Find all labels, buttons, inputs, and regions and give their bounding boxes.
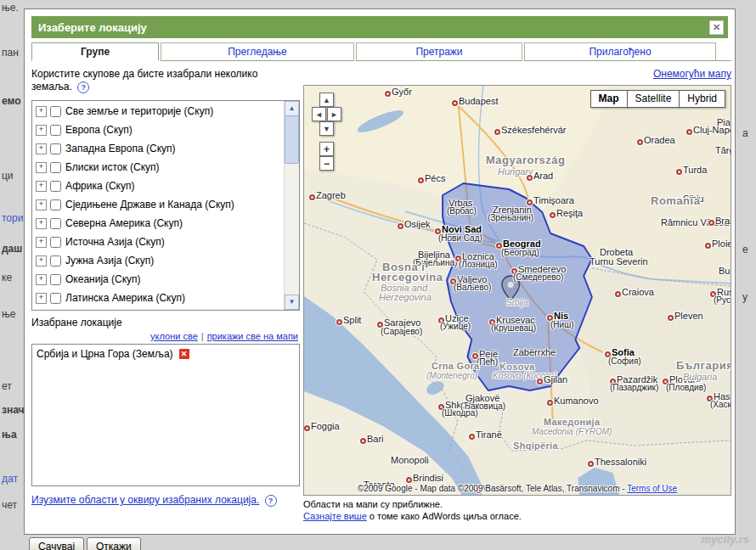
tab-search[interactable]: Претражи (356, 42, 522, 61)
country-groups-list: +Све земље и територије (Скуп)+Европа (С… (31, 100, 300, 311)
show-all-on-map-link[interactable]: прикажи све на мапи (207, 331, 298, 341)
expand-icon[interactable]: + (36, 255, 47, 267)
background-text-fragment: чет (2, 499, 17, 511)
close-button[interactable]: ✕ (709, 20, 724, 35)
learn-more-rest: о томе како AdWords циља огласе. (367, 511, 522, 521)
links-separator: | (201, 331, 204, 341)
left-panel: Користите скупове да бисте изабрали неко… (31, 68, 300, 521)
attribution-text: ©2009 Google - Map data ©2009 Basarsoft,… (358, 484, 627, 493)
group-checkbox[interactable] (50, 125, 61, 136)
dialog-titlebar: Изаберите локацију ✕ (31, 16, 728, 38)
group-row: +Сједињене Државе и Канада (Скуп) (32, 195, 285, 214)
expand-icon[interactable]: + (36, 181, 47, 192)
background-text-fragment: ке (2, 272, 12, 283)
group-label: Африка (Скуп) (65, 180, 134, 192)
expand-icon[interactable]: + (36, 106, 47, 117)
group-row: +Западна Европа (Скуп) (32, 139, 285, 158)
exclude-areas-link[interactable]: Изузмите области у оквиру изабраних лока… (31, 494, 259, 506)
background-text-fragment: дат (2, 473, 18, 485)
group-row: +Африка (Скуп) (32, 177, 285, 195)
group-row: +Латинска Америка (Скуп) (32, 289, 285, 307)
dialog-title: Изаберите локацију (31, 21, 147, 34)
map-type-satellite-button[interactable]: Satellite (627, 90, 680, 108)
terms-of-use-link[interactable]: Terms of Use (627, 484, 677, 493)
background-text-fragment: ње (2, 308, 15, 320)
tab-browse[interactable]: Прегледање (161, 42, 354, 61)
exclude-areas-row: Изузмите области у оквиру изабраних лока… (31, 494, 300, 507)
group-label: Све земље и територије (Скуп) (65, 105, 213, 117)
dialog-tabs: ГрупеПрегледањеПретражиПрилагођено (31, 42, 731, 61)
background-text-fragment: ње. (2, 2, 19, 14)
map-canvas[interactable] (304, 86, 731, 495)
scrollbar-down-button[interactable]: ▼ (285, 295, 299, 310)
group-label: Северна Америка (Скуп) (65, 217, 183, 229)
learn-more-link[interactable]: Сазнајте више (303, 511, 367, 521)
background-text-fragment: ци (2, 170, 14, 182)
group-checkbox[interactable] (50, 237, 61, 248)
selected-location-item: Србија и Црна Гора (Земља)✕ (37, 348, 295, 360)
expand-icon[interactable]: + (36, 293, 47, 304)
pan-up-button[interactable]: ▲ (319, 93, 334, 107)
expand-icon[interactable]: + (36, 237, 47, 248)
save-button[interactable]: Сачувај (29, 537, 84, 550)
remove-location-icon[interactable]: ✕ (179, 349, 189, 359)
group-checkbox[interactable] (50, 162, 61, 173)
pan-left-button[interactable]: ◄ (312, 107, 326, 121)
group-label: Европа (Скуп) (65, 124, 133, 136)
background-text-fragment: а (742, 127, 748, 139)
expand-icon[interactable]: + (36, 274, 47, 285)
help-icon-exclude[interactable]: ? (265, 495, 277, 507)
learn-more-row: Сазнајте више о томе како AdWords циља о… (303, 511, 731, 521)
background-text-fragment: даш (2, 243, 22, 255)
tab-groups[interactable]: Групе (31, 42, 159, 61)
scrollbar-thumb[interactable] (285, 115, 299, 164)
expand-icon[interactable]: + (36, 199, 47, 210)
map-attribution: ©2009 Google - Map data ©2009 Basarsoft,… (304, 484, 731, 493)
tab-custom[interactable]: Прилагођено (524, 42, 716, 61)
expand-icon[interactable]: + (36, 218, 47, 229)
intro-text-label: Користите скупове да бисте изабрали неко… (31, 68, 257, 93)
disable-map-row: Онемогући мапу (303, 68, 731, 83)
map-type-switcher: MapSatelliteHybrid (591, 90, 725, 108)
cancel-button[interactable]: Откажи (87, 537, 141, 550)
selected-location-label: Србија и Црна Гора (Земља) (37, 348, 173, 360)
intro-text: Користите скупове да бисте изабрали неко… (31, 68, 288, 93)
group-checkbox[interactable] (50, 218, 61, 229)
pan-down-button[interactable]: ▼ (319, 121, 334, 136)
group-label: Јужна Азија (Скуп) (65, 255, 154, 267)
right-panel: Онемогући мапу (303, 68, 731, 521)
scrollbar-track[interactable]: ▲ ▼ (284, 101, 299, 310)
group-checkbox[interactable] (50, 143, 61, 154)
help-icon[interactable]: ? (77, 81, 89, 93)
map-type-hybrid-button[interactable]: Hybrid (679, 90, 725, 108)
expand-icon[interactable]: + (36, 125, 47, 136)
group-row: +Северна Америка (Скуп) (32, 214, 285, 233)
background-text-fragment: тори (2, 212, 23, 224)
zoom-in-button[interactable]: + (319, 142, 334, 156)
background-text-fragment: пан (2, 47, 19, 59)
pan-right-button[interactable]: ► (327, 107, 341, 121)
group-row: +Јужна Азија (Скуп) (32, 251, 285, 270)
scrollbar-up-button[interactable]: ▲ (285, 101, 299, 116)
group-row: +Океанија (Скуп) (32, 270, 285, 289)
group-checkbox[interactable] (50, 106, 61, 117)
zoom-out-button[interactable]: − (319, 156, 334, 171)
expand-icon[interactable]: + (36, 162, 47, 173)
screen: ње.панемоциторидашкењеетзначњадатчетаеу … (0, 0, 756, 550)
group-checkbox[interactable] (50, 255, 61, 267)
disable-map-link[interactable]: Онемогући мапу (653, 68, 731, 80)
background-text-fragment: е (742, 244, 748, 255)
close-icon: ✕ (713, 22, 720, 32)
group-checkbox[interactable] (50, 293, 61, 304)
group-checkbox[interactable] (50, 199, 61, 210)
group-label: Латинска Америка (Скуп) (65, 292, 185, 304)
remove-all-link[interactable]: уклони све (150, 331, 198, 341)
dialog-footer: Сачувај Откажи (0, 535, 756, 550)
location-dialog: Изаберите локацију ✕ ГрупеПрегледањеПрет… (24, 8, 736, 535)
group-checkbox[interactable] (50, 181, 61, 192)
expand-icon[interactable]: + (36, 143, 47, 154)
background-text-fragment: ња (2, 429, 17, 441)
group-label: Источна Азија (Скуп) (65, 236, 165, 248)
group-checkbox[interactable] (50, 274, 61, 285)
map-type-map-button[interactable]: Map (590, 90, 628, 108)
